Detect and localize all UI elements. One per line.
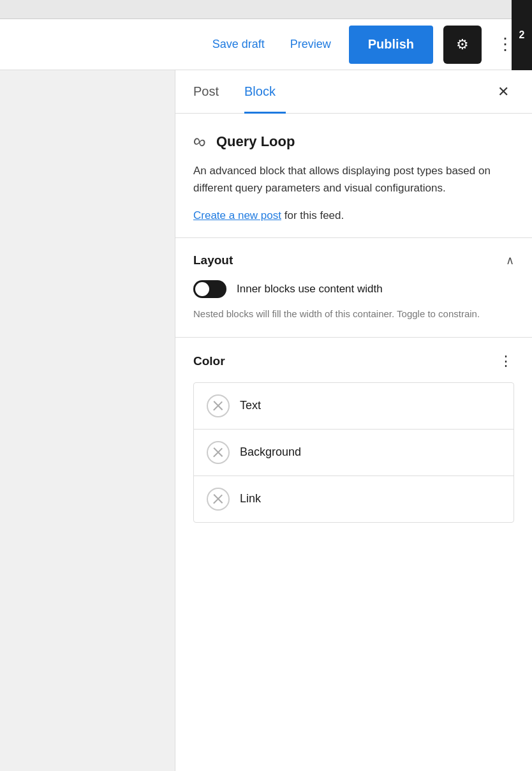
block-feed-text: Create a new post for this feed. <box>193 209 514 222</box>
query-loop-icon: ∞ <box>191 130 209 153</box>
layout-title: Layout <box>193 253 233 267</box>
block-title: Query Loop <box>216 133 295 150</box>
content-width-toggle[interactable] <box>193 280 226 298</box>
color-swatch-text <box>207 394 230 417</box>
color-more-options-icon[interactable]: ⋮ <box>499 353 514 370</box>
toggle-description: Nested blocks will fill the width of thi… <box>193 307 514 322</box>
block-info-header: ∞ Query Loop <box>193 131 514 152</box>
color-option-background[interactable]: Background <box>194 430 514 476</box>
color-options-box: Text Background Link <box>193 382 514 523</box>
publish-button[interactable]: Publish <box>349 26 433 64</box>
color-section-header: Color ⋮ <box>193 353 514 370</box>
chevron-up-icon[interactable]: ∧ <box>506 253 514 267</box>
save-draft-button[interactable]: Save draft <box>205 33 272 56</box>
tab-post[interactable]: Post <box>193 71 229 114</box>
toolbar: Save draft Preview Publish ⚙ ⋮ <box>0 19 532 70</box>
create-new-post-link[interactable]: Create a new post <box>193 209 281 221</box>
layout-section-header: Layout ∧ <box>193 253 514 267</box>
close-sidebar-button[interactable]: ✕ <box>492 79 514 105</box>
color-option-link[interactable]: Link <box>194 476 514 522</box>
right-edge-bar: 2 <box>512 0 532 70</box>
color-option-text[interactable]: Text <box>194 383 514 430</box>
toggle-label: Inner blocks use content width <box>237 283 383 296</box>
edge-badge: 2 <box>519 29 525 41</box>
color-swatch-background <box>207 441 230 464</box>
block-description: An advanced block that allows displaying… <box>193 162 514 197</box>
sidebar-tabs: Post Block ✕ <box>175 70 532 114</box>
toggle-row: Inner blocks use content width <box>193 280 514 298</box>
layout-section: Layout ∧ Inner blocks use content width … <box>175 238 532 338</box>
gear-icon: ⚙ <box>456 36 469 53</box>
browser-bar <box>0 0 532 19</box>
toggle-knob <box>195 282 209 296</box>
color-swatch-link <box>207 488 230 511</box>
tab-block[interactable]: Block <box>244 71 286 114</box>
color-option-text-label: Text <box>240 399 261 412</box>
editor-area <box>0 70 175 771</box>
settings-button[interactable]: ⚙ <box>443 26 482 64</box>
color-title: Color <box>193 354 225 368</box>
color-option-link-label: Link <box>240 492 261 505</box>
color-section: Color ⋮ Text Background Link <box>175 338 532 538</box>
block-info-section: ∞ Query Loop An advanced block that allo… <box>175 114 532 238</box>
preview-button[interactable]: Preview <box>283 33 339 56</box>
sidebar-panel: Post Block ✕ ∞ Query Loop An advanced bl… <box>175 70 532 771</box>
color-option-background-label: Background <box>240 445 301 459</box>
